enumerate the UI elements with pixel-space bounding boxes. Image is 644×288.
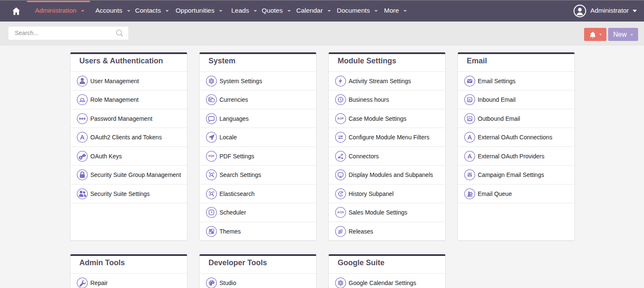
svg-text:A: A [80,134,85,141]
svg-text:AOS: AOS [337,211,344,214]
svg-text:A: A [468,134,472,141]
svg-text:A: A [468,152,472,160]
svg-text:AOP: AOP [337,117,344,120]
svg-text:PDF: PDF [208,155,215,158]
